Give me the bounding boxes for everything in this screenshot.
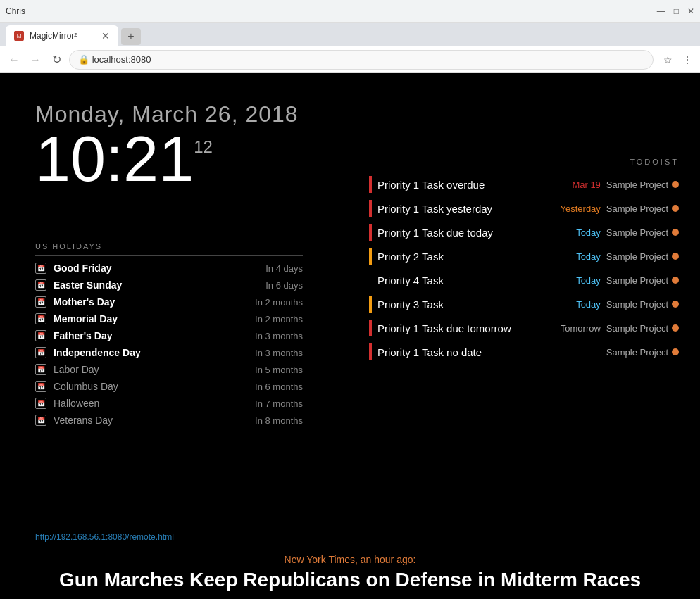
- close-button[interactable]: ✕: [687, 6, 694, 16]
- news-source: New York Times, an hour ago:: [28, 554, 672, 565]
- task-project: Sample Project: [606, 299, 668, 310]
- calendar-icon: 📅: [35, 347, 46, 358]
- holidays-divider: [35, 255, 303, 256]
- task-name: Priority 4 Task: [377, 275, 576, 286]
- list-item: 📅 Good Friday In 4 days: [35, 263, 303, 274]
- browser-tab[interactable]: M MagicMirror² ✕: [6, 25, 118, 46]
- priority-bar: [369, 176, 372, 193]
- new-tab-button[interactable]: +: [121, 28, 141, 45]
- news-section: New York Times, an hour ago: Gun Marches…: [0, 554, 700, 592]
- task-project: Sample Project: [606, 347, 668, 358]
- address-bar[interactable]: 🔒 localhost:8080: [69, 50, 654, 70]
- task-project: Sample Project: [606, 203, 668, 214]
- bookmark-button[interactable]: ☆: [661, 53, 675, 67]
- task-date: Today: [576, 275, 601, 286]
- nav-icons: ☆ ⋮: [661, 53, 694, 67]
- priority-bar: [369, 224, 372, 241]
- list-item: 📅 Father's Day In 3 months: [35, 330, 303, 341]
- titlebar-left: Chris: [6, 6, 25, 16]
- list-item: 📅 Mother's Day In 2 months: [35, 296, 303, 308]
- todoist-section: TODOIST Priority 1 Task overdue Mar 19 S…: [369, 158, 679, 364]
- priority-bar: [369, 200, 372, 217]
- browser-titlebar: Chris — □ ✕: [0, 0, 700, 23]
- user-name: Chris: [6, 6, 25, 16]
- holiday-name: Labor Day: [54, 364, 248, 375]
- calendar-icon: 📅: [35, 381, 46, 392]
- task-project: Sample Project: [606, 251, 668, 262]
- maximize-button[interactable]: □: [674, 6, 679, 16]
- project-dot: [672, 229, 679, 236]
- minimize-button[interactable]: —: [657, 6, 665, 16]
- holiday-time: In 6 months: [255, 382, 303, 392]
- holiday-name: Veterans Day: [54, 415, 248, 426]
- holiday-time: In 4 days: [265, 263, 303, 274]
- calendar-icon: 📅: [35, 263, 46, 274]
- project-dot: [672, 205, 679, 212]
- holiday-name: Mother's Day: [54, 296, 248, 308]
- refresh-button[interactable]: ↻: [48, 51, 65, 68]
- task-project: Sample Project: [606, 179, 668, 190]
- priority-bar: [369, 296, 372, 313]
- main-content: Monday, March 26, 2018 10:21 12 US HOLID…: [0, 73, 700, 599]
- holiday-time: In 2 months: [255, 297, 303, 308]
- list-item: 📅 Labor Day In 5 months: [35, 364, 303, 375]
- holiday-time: In 3 months: [255, 331, 303, 341]
- task-name: Priority 1 Task no date: [377, 346, 601, 358]
- tab-close-button[interactable]: ✕: [101, 30, 110, 42]
- list-item: 📅 Halloween In 7 months: [35, 398, 303, 409]
- priority-bar: [369, 320, 372, 336]
- remote-url-section: http://192.168.56.1:8080/remote.html: [35, 530, 174, 543]
- holiday-name: Independence Day: [54, 347, 248, 358]
- task-date: Yesterday: [561, 203, 601, 214]
- holiday-time: In 3 months: [255, 348, 303, 358]
- task-project: Sample Project: [606, 227, 668, 238]
- lock-icon: 🔒: [78, 54, 89, 65]
- priority-bar: [369, 343, 372, 360]
- news-headline: Gun Marches Keep Republicans on Defense …: [28, 568, 672, 592]
- holiday-name: Columbus Day: [54, 381, 248, 392]
- holiday-time: In 7 months: [255, 398, 303, 409]
- list-item: 📅 Columbus Day In 6 months: [35, 381, 303, 392]
- task-name: Priority 1 Task due today: [377, 227, 576, 239]
- table-row: Priority 1 Task due today Today Sample P…: [369, 220, 679, 244]
- task-name: Priority 1 Task yesterday: [377, 203, 561, 215]
- priority-bar: [369, 272, 372, 289]
- table-row: Priority 4 Task Today Sample Project: [369, 268, 679, 292]
- remote-url: http://192.168.56.1:8080/remote.html: [35, 532, 174, 542]
- task-date: Today: [576, 251, 601, 262]
- task-date: Today: [576, 299, 601, 310]
- list-item: 📅 Independence Day In 3 months: [35, 347, 303, 358]
- holiday-name: Halloween: [54, 398, 248, 409]
- task-date: Today: [576, 227, 601, 238]
- todoist-title: TODOIST: [369, 158, 679, 166]
- project-dot: [672, 301, 679, 308]
- holiday-time: In 8 months: [255, 415, 303, 426]
- clock-section: Monday, March 26, 2018 10:21 12: [35, 101, 299, 191]
- table-row: Priority 2 Task Today Sample Project: [369, 244, 679, 268]
- task-date: Tomorrow: [561, 323, 601, 334]
- forward-button[interactable]: →: [27, 51, 44, 68]
- menu-button[interactable]: ⋮: [680, 53, 694, 67]
- project-dot: [672, 348, 679, 355]
- back-button[interactable]: ←: [6, 51, 23, 68]
- table-row: Priority 1 Task no date Sample Project: [369, 340, 679, 364]
- table-row: Priority 3 Task Today Sample Project: [369, 292, 679, 316]
- holiday-name: Father's Day: [54, 330, 248, 341]
- holidays-title: US HOLIDAYS: [35, 242, 303, 251]
- calendar-icon: 📅: [35, 330, 46, 341]
- priority-bar: [369, 248, 372, 265]
- table-row: Priority 1 Task overdue Mar 19 Sample Pr…: [369, 172, 679, 196]
- task-name: Priority 2 Task: [377, 251, 576, 263]
- project-dot: [672, 324, 679, 332]
- list-item: 📅 Veterans Day In 8 months: [35, 415, 303, 426]
- list-item: 📅 Memorial Day In 2 months: [35, 313, 303, 324]
- tab-favicon: M: [14, 31, 24, 41]
- project-dot: [672, 277, 679, 284]
- holiday-name: Easter Sunday: [54, 279, 258, 291]
- task-name: Priority 1 Task due tomorrow: [377, 322, 561, 334]
- task-name: Priority 3 Task: [377, 298, 576, 310]
- calendar-icon: 📅: [35, 398, 46, 409]
- task-name: Priority 1 Task overdue: [377, 179, 572, 191]
- calendar-icon: 📅: [35, 296, 46, 308]
- tab-title: MagicMirror²: [30, 31, 77, 41]
